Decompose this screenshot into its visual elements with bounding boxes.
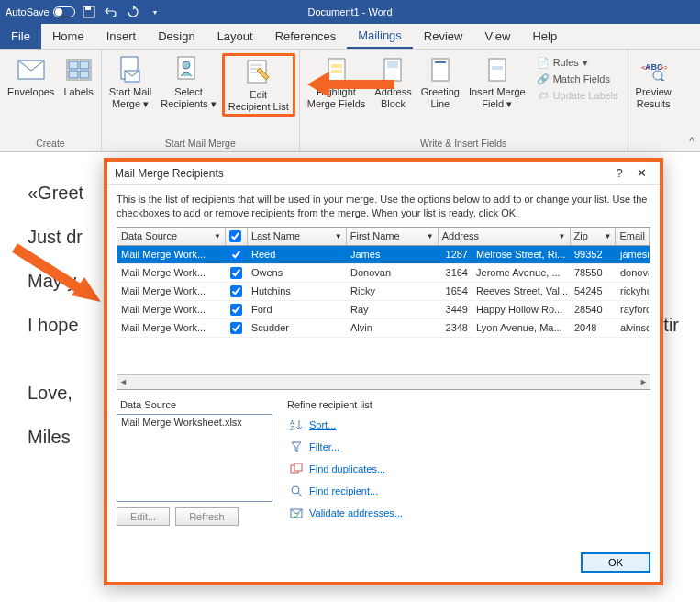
table-row[interactable]: Mail Merge Work...OwensDonovan3164 Jerom… (117, 264, 650, 283)
tab-home[interactable]: Home (41, 24, 95, 49)
svg-point-28 (653, 71, 662, 80)
greeting-line-button[interactable]: GreetingLine (417, 53, 463, 111)
tab-review[interactable]: Review (413, 24, 474, 49)
tab-references[interactable]: References (264, 24, 347, 49)
quick-access-toolbar: ▾ (83, 6, 161, 18)
edit-recipient-list-label: EditRecipient List (228, 89, 289, 112)
grid-header: Data Source▼ Last Name▼ First Name▼ Addr… (117, 228, 650, 246)
svg-rect-4 (69, 61, 78, 69)
group-preview-label (628, 136, 679, 151)
table-row[interactable]: Mail Merge Work...ReedJames1287 Melrose … (117, 246, 650, 264)
scroll-left-icon[interactable]: ◄ (119, 377, 128, 386)
autosave-toggle[interactable]: AutoSave (6, 6, 75, 17)
filter-icon (289, 440, 304, 454)
row-checkbox[interactable] (230, 249, 242, 261)
tab-mailings[interactable]: Mailings (347, 24, 413, 49)
match-fields-icon: 🔗 (537, 72, 550, 85)
col-email[interactable]: Email (616, 228, 650, 245)
row-checkbox[interactable] (230, 285, 242, 297)
insert-merge-field-button[interactable]: Insert MergeField ▾ (465, 53, 529, 111)
envelopes-button[interactable]: Envelopes (4, 53, 58, 100)
update-labels-label: Update Labels (553, 90, 618, 101)
rules-column: 📄Rules ▾ 🔗Match Fields 🏷Update Labels (531, 53, 624, 105)
svg-rect-7 (80, 71, 89, 78)
grid-scrollbar[interactable]: ◄► (117, 374, 650, 389)
data-source-fieldset: Data Source Mail Merge Worksheet.xlsx Ed… (117, 399, 272, 526)
svg-rect-24 (492, 66, 503, 70)
qat-dropdown-icon[interactable]: ▾ (149, 6, 161, 18)
sort-link[interactable]: Sort... (309, 419, 336, 430)
tab-design[interactable]: Design (147, 24, 206, 49)
ribbon-group-create: Envelopes Labels Create (0, 50, 102, 151)
find-duplicates-link[interactable]: Find duplicates... (309, 463, 385, 474)
svg-text:Z: Z (290, 425, 294, 431)
data-source-file[interactable]: Mail Merge Worksheet.xlsx (121, 417, 268, 428)
dialog-titlebar: Mail Merge Recipients ? ✕ (107, 162, 660, 185)
filter-link[interactable]: Filter... (309, 441, 339, 452)
help-button[interactable]: ? (608, 166, 630, 180)
scroll-right-icon[interactable]: ► (639, 377, 648, 386)
grid-rows: Mail Merge Work...ReedJames1287 Melrose … (117, 246, 650, 374)
undo-icon[interactable] (105, 6, 117, 18)
select-recipients-button[interactable]: SelectRecipients ▾ (157, 53, 219, 111)
col-last-name[interactable]: Last Name▼ (248, 228, 347, 245)
insert-merge-field-icon (483, 55, 512, 84)
col-zip[interactable]: Zip▼ (571, 228, 617, 245)
col-first-name[interactable]: First Name▼ (347, 228, 439, 245)
mail-merge-recipients-dialog: Mail Merge Recipients ? ✕ This is the li… (104, 158, 663, 585)
envelope-icon (17, 55, 46, 84)
table-row[interactable]: Mail Merge Work...HutchinsRicky1654 Reev… (117, 283, 650, 301)
row-checkbox[interactable] (230, 267, 242, 279)
rules-label: Rules (553, 57, 579, 68)
autosave-label: AutoSave (6, 6, 50, 17)
rules-icon: 📄 (537, 56, 550, 69)
match-fields-button[interactable]: 🔗Match Fields (535, 72, 620, 86)
edit-recipient-list-button[interactable]: EditRecipient List (222, 53, 295, 117)
labels-icon (64, 55, 94, 84)
start-mail-merge-button[interactable]: Start MailMerge ▾ (106, 53, 155, 111)
find-duplicates-icon (289, 462, 304, 476)
redo-icon[interactable] (127, 6, 139, 18)
refresh-button[interactable]: Refresh (175, 507, 239, 526)
svg-rect-6 (69, 71, 78, 78)
edit-datasource-button[interactable]: Edit... (117, 507, 170, 526)
collapse-ribbon-icon[interactable]: ^ (689, 135, 694, 148)
group-write-label: Write & Insert Fields (300, 136, 628, 151)
row-checkbox[interactable] (230, 304, 242, 316)
close-button[interactable]: ✕ (630, 166, 652, 180)
svg-rect-1 (85, 6, 91, 10)
col-data-source[interactable]: Data Source▼ (117, 228, 226, 245)
refine-list: AZSort... Filter... Find duplicates... F… (287, 416, 650, 520)
table-row[interactable]: Mail Merge Work...FordRay3449 Happy Holl… (117, 301, 650, 319)
select-all-checkbox[interactable] (229, 230, 241, 242)
select-recipients-label: SelectRecipients ▾ (161, 86, 216, 109)
validate-link[interactable]: Validate addresses... (309, 507, 403, 518)
preview-results-button[interactable]: <<ABC>> PreviewResults (632, 53, 675, 111)
save-icon[interactable] (83, 6, 95, 18)
match-fields-label: Match Fields (553, 73, 610, 84)
doc-line-4: I hope (28, 303, 79, 347)
toggle-off-icon[interactable] (53, 6, 75, 17)
group-create-label: Create (0, 136, 101, 151)
data-source-listbox[interactable]: Mail Merge Worksheet.xlsx (117, 414, 272, 502)
sort-icon: AZ (289, 418, 304, 432)
ribbon-tabs: File Home Insert Design Layout Reference… (0, 24, 700, 50)
row-checkbox[interactable] (230, 322, 242, 334)
svg-line-29 (661, 79, 665, 81)
rules-button[interactable]: 📄Rules ▾ (535, 55, 620, 70)
table-row[interactable]: Mail Merge Work...ScudderAlvin2348 Lyon … (117, 319, 650, 338)
tab-file[interactable]: File (0, 24, 41, 49)
tab-help[interactable]: Help (521, 24, 568, 49)
tab-view[interactable]: View (473, 24, 521, 49)
tab-layout[interactable]: Layout (206, 24, 264, 49)
update-labels-icon: 🏷 (537, 89, 550, 102)
ok-button[interactable]: OK (581, 552, 650, 573)
dialog-title: Mail Merge Recipients (115, 167, 224, 180)
labels-button[interactable]: Labels (60, 53, 96, 100)
col-address[interactable]: Address▼ (439, 228, 571, 245)
ribbon-group-preview: <<ABC>> PreviewResults (628, 50, 679, 151)
col-checkbox[interactable] (226, 228, 248, 245)
tab-insert[interactable]: Insert (95, 24, 148, 49)
preview-results-label: PreviewResults (636, 86, 672, 109)
find-recipient-link[interactable]: Find recipient... (309, 485, 378, 496)
